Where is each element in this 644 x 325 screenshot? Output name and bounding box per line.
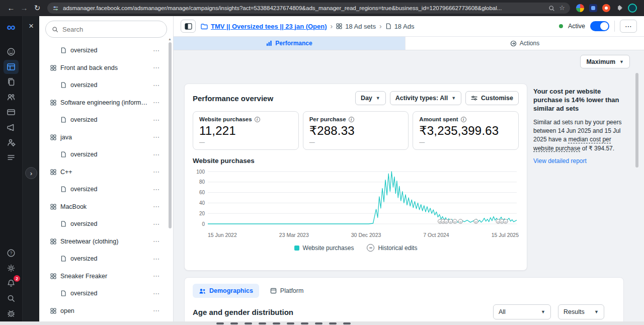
bookmark-star-icon[interactable]: ☆ [559, 3, 565, 14]
activity-types-dropdown[interactable]: Activity types: All▼ [390, 91, 461, 105]
x-tick-label: 15 Jun 2022 [208, 232, 237, 238]
rail-search-icon[interactable] [4, 291, 19, 305]
age-gender-filter-dropdown[interactable]: All▼ [493, 304, 551, 319]
info-icon[interactable]: i [349, 117, 354, 122]
breadcrumb-campaign[interactable]: TMV || Oversized tees || 23 jan (Open) [201, 23, 327, 30]
sidebar-list-item[interactable]: Streetwear (clothing) ⋯ [39, 233, 173, 251]
menu-lines-icon[interactable] [4, 150, 19, 165]
report-bug-icon[interactable] [4, 306, 19, 320]
more-options-icon[interactable]: ⋯ [153, 82, 160, 89]
more-options-icon[interactable]: ⋯ [153, 64, 160, 71]
more-options-icon[interactable]: ⋯ [153, 290, 160, 297]
back-icon[interactable]: ← [5, 0, 17, 16]
main-scrollbar[interactable] [635, 73, 638, 168]
collapse-sidebar-button[interactable]: › [25, 167, 37, 179]
sidebar-scrollbar[interactable] [169, 42, 172, 228]
taskbar-icon[interactable] [315, 322, 323, 324]
more-options-icon[interactable]: ⋯ [153, 99, 160, 106]
account-overview-icon[interactable] [4, 45, 19, 59]
day-dropdown[interactable]: Day▼ [355, 91, 386, 105]
more-options-icon[interactable]: ⋯ [153, 220, 160, 228]
sidebar-list-item[interactable]: oversized ⋯ [39, 76, 173, 94]
more-menu-button[interactable]: ⋯ [620, 20, 637, 33]
help-icon[interactable]: ? [4, 246, 19, 260]
more-options-icon[interactable]: ⋯ [153, 168, 160, 176]
taskbar-icon[interactable] [230, 322, 238, 324]
sidebar-search[interactable] [45, 21, 167, 38]
taskbar-icon[interactable] [216, 322, 224, 324]
sidebar-list-item[interactable]: oversized ⋯ [39, 215, 173, 233]
more-options-icon[interactable]: ⋯ [153, 133, 160, 141]
extension-pinwheel-icon[interactable] [576, 4, 584, 12]
scroll-up-arrow-icon[interactable]: ▲ [168, 37, 172, 41]
tab-performance[interactable]: Performance [174, 37, 405, 50]
taskbar-icon[interactable] [287, 322, 294, 324]
more-options-icon[interactable]: ⋯ [153, 186, 160, 193]
zoom-icon[interactable] [548, 5, 555, 12]
breadcrumb-adsets[interactable]: 18 Ad sets [336, 23, 376, 30]
breadcrumb-ads[interactable]: 18 Ads [385, 23, 415, 30]
tab-platform[interactable]: Platform [264, 284, 310, 298]
notifications-bell-icon[interactable]: 2 [4, 276, 19, 290]
billing-icon[interactable] [4, 105, 19, 119]
more-options-icon[interactable]: ⋯ [153, 255, 160, 263]
sidebar-list-item[interactable]: MacBook ⋯ [39, 198, 173, 216]
active-toggle[interactable] [590, 21, 609, 31]
taskbar-icon[interactable] [329, 322, 337, 324]
sidebar-list-item[interactable]: Sneaker Freaker ⋯ [39, 268, 173, 285]
sidebar-list-item[interactable]: C++ ⋯ [39, 164, 173, 181]
sidebar-list-item[interactable]: Software engineering (information t... ⋯ [39, 94, 173, 112]
sidebar-list-item[interactable]: oversized ⋯ [39, 42, 173, 59]
meta-logo-icon[interactable]: ∞ [7, 21, 15, 33]
tab-demographics[interactable]: Demographics [193, 284, 259, 298]
extension-navy-icon[interactable] [589, 4, 597, 12]
address-bar[interactable]: adsmanager.facebook.com/adsmanager/manag… [47, 3, 570, 14]
pages-icon[interactable] [4, 75, 19, 89]
more-options-icon[interactable]: ⋯ [153, 203, 160, 210]
extensions-puzzle-icon[interactable] [615, 5, 623, 12]
extension-orange-icon[interactable] [602, 4, 610, 12]
left-nav-rail: ∞ ? 2 [0, 16, 22, 325]
search-input[interactable] [62, 26, 160, 33]
maximum-dropdown[interactable]: Maximum ▼ [580, 55, 630, 68]
results-dropdown[interactable]: Results▼ [558, 304, 604, 319]
info-icon[interactable]: i [461, 117, 466, 122]
site-settings-icon[interactable] [52, 5, 59, 12]
ads-manager-screen: ← → ↻ adsmanager.facebook.com/adsmanager… [0, 0, 644, 325]
more-options-icon[interactable]: ⋯ [153, 47, 160, 54]
sidebar-list-item[interactable]: oversized ⋯ [39, 146, 173, 164]
taskbar-icon[interactable] [259, 322, 266, 324]
taskbar-icon[interactable] [273, 322, 280, 324]
sidebar-list-item[interactable]: Front and back ends ⋯ [39, 59, 173, 77]
platform-window-icon [270, 288, 277, 294]
more-options-icon[interactable]: ⋯ [153, 237, 160, 245]
tab-actions[interactable]: Actions [405, 37, 644, 50]
promote-megaphone-icon[interactable] [4, 120, 19, 134]
settings-gear-icon[interactable] [4, 261, 19, 275]
adset-grid-icon [50, 169, 56, 175]
sidebar-list-item[interactable]: oversized ⋯ [39, 285, 173, 302]
forward-icon[interactable]: → [18, 0, 30, 16]
more-options-icon[interactable]: ⋯ [153, 307, 160, 314]
account-settings-person-icon[interactable] [4, 135, 19, 149]
refresh-icon[interactable]: ↻ [31, 0, 43, 16]
taskbar-icon[interactable] [343, 322, 351, 324]
view-detailed-report-link[interactable]: View detailed report [533, 157, 587, 165]
more-options-icon[interactable]: ⋯ [153, 272, 160, 280]
customise-button[interactable]: Customise [465, 91, 519, 105]
more-options-icon[interactable]: ⋯ [153, 116, 160, 124]
browser-profile-avatar[interactable] [628, 4, 637, 13]
taskbar-icon[interactable] [245, 322, 252, 324]
toggle-panel-button[interactable] [181, 20, 196, 33]
more-options-icon[interactable]: ⋯ [153, 151, 160, 158]
sidebar-list-item[interactable]: java ⋯ [39, 129, 173, 146]
sidebar-list-item[interactable]: oversized ⋯ [39, 250, 173, 268]
campaigns-table-icon[interactable] [4, 60, 19, 74]
sidebar-list-item[interactable]: oversized ⋯ [39, 181, 173, 198]
close-icon[interactable]: × [26, 21, 37, 32]
sidebar-list-item[interactable]: open ⋯ [39, 302, 173, 320]
audiences-icon[interactable] [4, 90, 19, 104]
sidebar-list-item[interactable]: oversized ⋯ [39, 111, 173, 129]
info-icon[interactable]: i [255, 117, 260, 122]
taskbar-icon[interactable] [301, 322, 308, 324]
